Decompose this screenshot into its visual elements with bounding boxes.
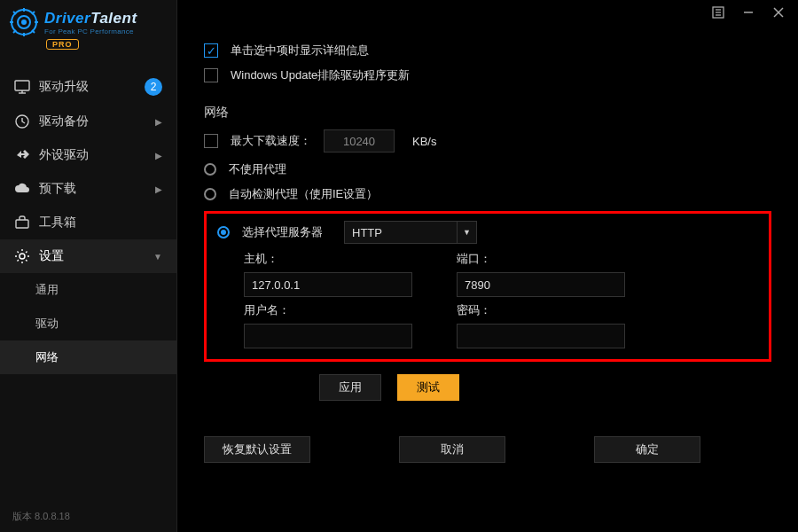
chevron-down-icon: ▼: [153, 252, 162, 262]
label-host: 主机：: [244, 251, 421, 267]
sidebar-item-label: 外设驱动: [39, 147, 89, 163]
radio-label: 不使用代理: [229, 161, 286, 177]
host-input[interactable]: [244, 272, 412, 297]
radio-select-proxy[interactable]: [217, 226, 230, 239]
app-window: DriverTalent For Peak PC Performance PRO…: [0, 0, 798, 532]
password-input[interactable]: [457, 324, 625, 348]
label-username: 用户名：: [244, 302, 421, 318]
proxy-highlight-box: 选择代理服务器 HTTP ▼ 主机： 端口： 用户名： 密码：: [204, 211, 771, 362]
gear-logo-icon: [9, 7, 39, 37]
checkbox-show-detail[interactable]: [204, 43, 218, 58]
menu-icon[interactable]: [711, 5, 725, 20]
minimize-icon[interactable]: [741, 5, 755, 20]
logo-title-b: Talent: [90, 10, 137, 27]
ok-button[interactable]: 确定: [594, 436, 700, 463]
sidebar: DriverTalent For Peak PC Performance PRO…: [0, 0, 177, 532]
usb-icon: [14, 147, 30, 163]
checkbox-label: Windows Update排除驱动程序更新: [231, 67, 410, 83]
sidebar-item-label: 驱动备份: [39, 113, 89, 129]
sidebar-item-peripheral[interactable]: 外设驱动 ▶: [0, 138, 176, 172]
svg-point-16: [20, 254, 25, 259]
chevron-right-icon: ▶: [155, 117, 162, 127]
nav: 驱动升级 2 驱动备份 ▶ 外设驱动 ▶ 预下载 ▶ 工具箱: [0, 53, 176, 501]
restore-defaults-button[interactable]: 恢复默认设置: [204, 436, 310, 463]
sidebar-item-settings[interactable]: 设置 ▼: [0, 239, 176, 273]
sidebar-item-upgrade[interactable]: 驱动升级 2: [0, 69, 176, 105]
checkbox-exclude-wu[interactable]: [204, 68, 218, 82]
label-password: 密码：: [457, 302, 634, 318]
radio-label: 自动检测代理（使用IE设置）: [229, 186, 378, 202]
checkbox-max-download[interactable]: [204, 134, 218, 148]
sidebar-subitem-general[interactable]: 通用: [0, 273, 176, 307]
max-download-input[interactable]: [324, 129, 395, 153]
proxy-type-value: HTTP: [352, 226, 382, 239]
radio-auto-proxy[interactable]: [204, 188, 216, 200]
toolbox-icon: [14, 215, 30, 231]
svg-rect-15: [16, 220, 28, 228]
monitor-icon: [14, 79, 30, 95]
main-panel: 单击选中项时显示详细信息 Windows Update排除驱动程序更新 网络 最…: [177, 0, 798, 532]
logo: DriverTalent For Peak PC Performance: [9, 7, 168, 37]
pro-badge: PRO: [46, 39, 79, 50]
section-title-network: 网络: [204, 105, 771, 121]
sidebar-subitem-driver[interactable]: 驱动: [0, 307, 176, 340]
titlebar: [177, 0, 798, 25]
cloud-icon: [14, 181, 30, 197]
chevron-right-icon: ▶: [155, 184, 162, 194]
sidebar-item-toolbox[interactable]: 工具箱: [0, 206, 176, 239]
logo-subtitle: For Peak PC Performance: [44, 27, 137, 35]
logo-title-a: Driver: [44, 10, 90, 27]
sidebar-subitem-network[interactable]: 网络: [0, 340, 176, 374]
clock-icon: [14, 113, 30, 129]
sidebar-item-backup[interactable]: 驱动备份 ▶: [0, 105, 176, 138]
sidebar-item-label: 工具箱: [39, 215, 76, 231]
username-input[interactable]: [244, 324, 412, 348]
port-input[interactable]: [457, 272, 625, 297]
test-button[interactable]: 测试: [397, 374, 459, 401]
chevron-right-icon: ▶: [155, 151, 162, 160]
cancel-button[interactable]: 取消: [399, 436, 505, 463]
logo-text: DriverTalent For Peak PC Performance: [44, 10, 137, 35]
checkbox-label: 最大下载速度：: [231, 133, 311, 149]
version-label: 版本 8.0.8.18: [0, 501, 176, 532]
sidebar-item-predownload[interactable]: 预下载 ▶: [0, 172, 176, 206]
sidebar-item-label: 设置: [39, 248, 64, 264]
svg-rect-11: [15, 81, 29, 90]
svg-point-10: [21, 20, 27, 25]
sidebar-item-label: 预下载: [39, 181, 76, 197]
chevron-down-icon: ▼: [457, 222, 476, 243]
radio-no-proxy[interactable]: [204, 163, 216, 176]
badge-count: 2: [145, 78, 162, 96]
proxy-type-select[interactable]: HTTP ▼: [344, 221, 477, 244]
close-icon[interactable]: [771, 5, 786, 20]
checkbox-label: 单击选中项时显示详细信息: [231, 43, 369, 59]
logo-area: DriverTalent For Peak PC Performance PRO: [0, 0, 176, 53]
radio-label: 选择代理服务器: [242, 224, 323, 240]
label-port: 端口：: [457, 251, 634, 267]
sidebar-item-label: 驱动升级: [39, 79, 89, 95]
apply-button[interactable]: 应用: [319, 374, 381, 401]
unit-label: KB/s: [412, 135, 436, 148]
settings-content: 单击选中项时显示详细信息 Windows Update排除驱动程序更新 网络 最…: [177, 25, 798, 532]
gear-icon: [14, 248, 30, 264]
